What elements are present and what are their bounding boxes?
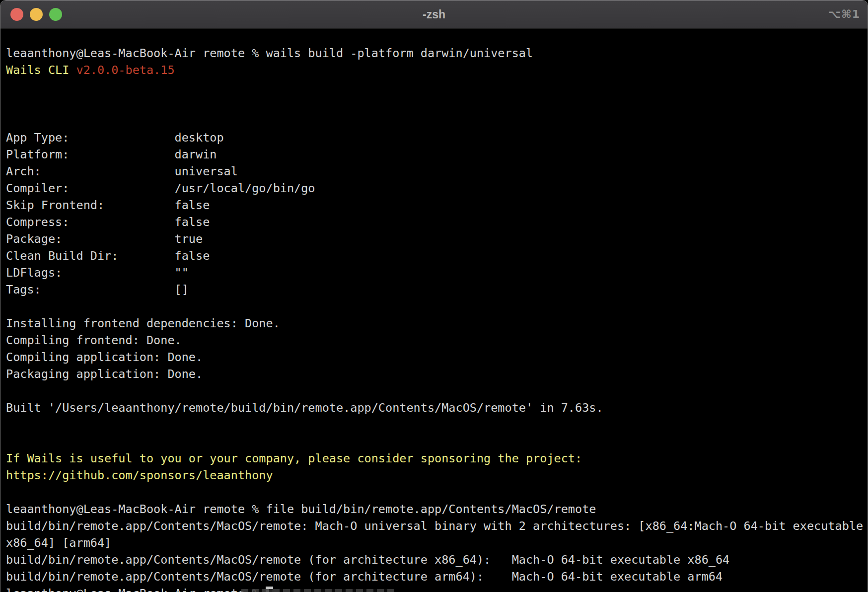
terminal-window: -zsh ⌥⌘1 leaanthony@Leas-MacBook-Air rem… (0, 0, 868, 592)
zoom-button[interactable] (49, 8, 62, 21)
terminal-text-segment: If Wails is useful to you or your compan… (6, 451, 582, 465)
terminal-line: Compiling frontend: Done. (6, 332, 868, 349)
terminal-text-segment: https://github.com/sponsors/leaanthony (6, 468, 273, 482)
terminal-text-segment: leaanthony@Leas-MacBook-Air remote % (6, 587, 266, 592)
terminal-text-segment: Packaging application: Done. (6, 367, 203, 381)
terminal-line: build/bin/remote.app/Contents/MacOS/remo… (6, 551, 868, 568)
terminal-line: Packaging application: Done. (6, 366, 868, 382)
terminal-line: If Wails is useful to you or your compan… (6, 450, 868, 467)
terminal-text-segment: Skip Frontend: false (6, 198, 210, 212)
terminal-line: LDFlags: "" (6, 264, 868, 281)
terminal-line (6, 95, 868, 112)
terminal-line: x86_64] [arm64] (6, 534, 868, 551)
terminal-line: Built '/Users/leaanthony/remote/build/bi… (6, 399, 868, 416)
terminal-line: leaanthony@Leas-MacBook-Air remote % fil… (6, 501, 868, 518)
tab-shortcut-badge: ⌥⌘1 (828, 0, 860, 28)
clipped-text-sliver (241, 589, 394, 592)
terminal-text-segment: Platform: darwin (6, 148, 217, 161)
terminal-text-segment: Compiling frontend: Done. (6, 333, 182, 347)
terminal-line: leaanthony@Leas-MacBook-Air remote % (6, 585, 868, 592)
terminal-text-segment: Tags: [] (6, 283, 189, 296)
minimize-button[interactable] (30, 8, 43, 21)
terminal-text-segment: Clean Build Dir: false (6, 249, 210, 263)
terminal-text-segment: App Type: desktop (6, 131, 224, 145)
terminal-line: Clean Build Dir: false (6, 247, 868, 264)
terminal-text-segment: Arch: universal (6, 164, 238, 178)
terminal-line: Compress: false (6, 214, 868, 230)
terminal-text-segment: Installing frontend dependencies: Done. (6, 316, 280, 330)
terminal-screen[interactable]: leaanthony@Leas-MacBook-Air remote % wai… (0, 41, 868, 592)
terminal-text-segment: Wails CLI (6, 63, 76, 77)
terminal-text-segment: v2.0.0-beta.15 (76, 63, 174, 77)
terminal-line: Platform: darwin (6, 146, 868, 163)
window-title: -zsh (0, 0, 868, 28)
terminal-text-segment: Compiling application: Done. (6, 350, 203, 364)
terminal-text-segment: LDFlags: "" (6, 266, 189, 280)
terminal-line (6, 298, 868, 315)
terminal-text-segment: build/bin/remote.app/Contents/MacOS/remo… (6, 553, 729, 567)
terminal-line (6, 416, 868, 433)
terminal-line: Wails CLI v2.0.0-beta.15 (6, 62, 868, 78)
close-button[interactable] (10, 8, 23, 21)
terminal-line (6, 78, 868, 95)
terminal-text-segment: Package: true (6, 232, 203, 246)
terminal-line: Installing frontend dependencies: Done. (6, 315, 868, 332)
terminal-text-segment: build/bin/remote.app/Contents/MacOS/remo… (6, 519, 863, 533)
terminal-text-segment: leaanthony@Leas-MacBook-Air remote % wai… (6, 46, 533, 60)
window-titlebar[interactable]: -zsh ⌥⌘1 (0, 0, 868, 29)
terminal-text-segment: leaanthony@Leas-MacBook-Air remote % fil… (6, 502, 596, 516)
terminal-text-segment: x86_64] [arm64] (6, 536, 111, 550)
terminal-line: build/bin/remote.app/Contents/MacOS/remo… (6, 568, 868, 585)
terminal-line: Arch: universal (6, 163, 868, 180)
terminal-line: Package: true (6, 230, 868, 247)
terminal-line: build/bin/remote.app/Contents/MacOS/remo… (6, 518, 868, 534)
terminal-line (6, 433, 868, 450)
terminal-line: Tags: [] (6, 281, 868, 298)
terminal-text-segment: Compiler: /usr/local/go/bin/go (6, 181, 315, 195)
terminal-line (6, 484, 868, 501)
terminal-line (6, 112, 868, 129)
terminal-line: App Type: desktop (6, 129, 868, 146)
terminal-line: leaanthony@Leas-MacBook-Air remote % wai… (6, 45, 868, 62)
terminal-line: Skip Frontend: false (6, 197, 868, 214)
terminal-line (6, 382, 868, 399)
terminal-text-segment: Built '/Users/leaanthony/remote/build/bi… (6, 401, 603, 415)
traffic-lights (10, 8, 62, 21)
terminal-text-segment: build/bin/remote.app/Contents/MacOS/remo… (6, 570, 723, 584)
terminal-line: Compiler: /usr/local/go/bin/go (6, 180, 868, 197)
terminal-text-segment: Compress: false (6, 215, 210, 229)
terminal-line: https://github.com/sponsors/leaanthony (6, 467, 868, 484)
terminal-line: Compiling application: Done. (6, 349, 868, 366)
